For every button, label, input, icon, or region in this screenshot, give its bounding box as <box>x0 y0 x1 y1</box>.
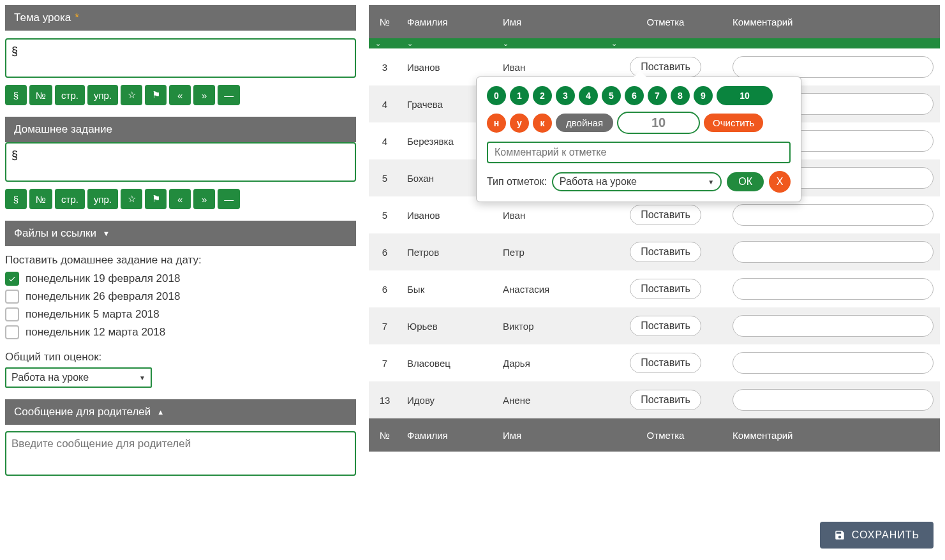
grade-number-5[interactable]: 5 <box>602 86 621 105</box>
th-lastname: Фамилия <box>401 9 496 35</box>
th-num: № <box>369 9 401 35</box>
set-grade-button[interactable]: Поставить <box>630 279 701 299</box>
grade-number-3[interactable]: 3 <box>556 86 575 105</box>
date-checkbox-1[interactable] <box>5 290 19 304</box>
date-checkbox-0[interactable] <box>5 272 19 286</box>
grade-number-4[interactable]: 4 <box>579 86 598 105</box>
symbol-button-0[interactable]: § <box>5 189 27 209</box>
symbol-button-4[interactable]: ☆ <box>121 85 142 105</box>
row-comment-input[interactable] <box>733 56 934 78</box>
homework-header: Домашнее задание <box>5 117 356 142</box>
popup-ok-button[interactable]: ОК <box>727 172 764 191</box>
cell-name: Анене <box>496 387 605 413</box>
row-comment-input[interactable] <box>733 352 934 374</box>
grade-number-0[interactable]: 0 <box>487 86 506 105</box>
grade-value-display: 10 <box>617 112 700 134</box>
popup-type-value: Работа на уроке <box>560 176 637 188</box>
cell-num: 7 <box>369 313 401 339</box>
filter-name[interactable]: ⌄ <box>496 38 605 48</box>
cell-name: Иван <box>496 202 605 228</box>
row-comment-input[interactable] <box>733 204 934 226</box>
date-label: понедельник 26 февраля 2018 <box>26 290 180 303</box>
grade-number-2[interactable]: 2 <box>533 86 552 105</box>
table-row: 6ПетровПетрПоставить <box>369 233 940 270</box>
symbol-button-2[interactable]: стр. <box>55 85 85 105</box>
cell-lastname: Иванов <box>401 202 496 228</box>
grade-number-9[interactable]: 9 <box>694 86 713 105</box>
popup-type-select[interactable]: Работа на уроке ▼ <box>552 172 722 191</box>
filter-row: ⌄ ⌄ ⌄ ⌄ <box>369 38 940 48</box>
symbol-button-0[interactable]: § <box>5 85 27 105</box>
symbol-button-3[interactable]: упр. <box>87 85 118 105</box>
set-grade-button[interactable]: Поставить <box>630 316 701 336</box>
grade-number-6[interactable]: 6 <box>625 86 644 105</box>
row-comment-input[interactable] <box>733 278 934 300</box>
table-footer: № Фамилия Имя Отметка Комментарий <box>369 418 940 452</box>
table-row: 13ИдовуАненеПоставить <box>369 381 940 418</box>
symbol-button-1[interactable]: № <box>29 189 52 209</box>
filter-comment <box>726 38 940 48</box>
symbol-button-5[interactable]: ⚑ <box>145 189 167 209</box>
chevron-down-icon: ▼ <box>103 230 110 237</box>
topic-input[interactable] <box>5 38 356 78</box>
filter-grade[interactable]: ⌄ <box>605 38 726 48</box>
parents-header[interactable]: Сообщение для родителей ▲ <box>5 399 356 425</box>
tf-name: Имя <box>496 422 605 448</box>
row-comment-input[interactable] <box>733 241 934 263</box>
chevron-down-icon: ▼ <box>708 179 714 186</box>
symbol-button-6[interactable]: « <box>169 189 191 209</box>
grade-letter-к[interactable]: к <box>533 114 552 133</box>
grade-type-select[interactable]: Работа на уроке ▼ <box>5 367 152 388</box>
row-comment-input[interactable] <box>733 389 934 411</box>
popup-comment-input[interactable] <box>487 142 791 163</box>
grade-number-8[interactable]: 8 <box>671 86 690 105</box>
clear-grade-button[interactable]: Очистить <box>704 114 763 132</box>
symbol-button-2[interactable]: стр. <box>55 189 85 209</box>
parents-message-input[interactable] <box>5 431 356 476</box>
grade-number-10[interactable]: 10 <box>717 86 773 105</box>
cell-name: Виктор <box>496 313 605 339</box>
cell-num: 13 <box>369 387 401 413</box>
symbol-button-7[interactable]: » <box>193 189 215 209</box>
table-header: № Фамилия Имя Отметка Комментарий <box>369 5 940 38</box>
cell-lastname: Идову <box>401 387 496 413</box>
th-name: Имя <box>496 9 605 35</box>
symbol-button-3[interactable]: упр. <box>87 189 118 209</box>
filter-num[interactable]: ⌄ <box>369 38 401 48</box>
symbol-button-1[interactable]: № <box>29 85 52 105</box>
grade-number-7[interactable]: 7 <box>648 86 667 105</box>
grade-type-value: Работа на уроке <box>11 372 89 383</box>
grade-type-label: Общий тип оценок: <box>5 351 356 364</box>
double-grade-button[interactable]: двойная <box>556 114 613 132</box>
symbol-button-4[interactable]: ☆ <box>121 189 142 209</box>
set-grade-button[interactable]: Поставить <box>630 353 701 373</box>
date-checkbox-3[interactable] <box>5 325 19 339</box>
date-label: понедельник 12 марта 2018 <box>26 326 165 339</box>
chevron-down-icon: ▼ <box>139 374 145 381</box>
cell-lastname: Юрьев <box>401 313 496 339</box>
set-grade-button[interactable]: Поставить <box>630 205 701 225</box>
homework-input[interactable] <box>5 142 356 182</box>
cell-name: Дарья <box>496 350 605 376</box>
table-row: 7ЮрьевВикторПоставить <box>369 307 940 344</box>
topic-header: Тема урока * <box>5 5 356 31</box>
set-grade-button[interactable]: Поставить <box>630 242 701 262</box>
symbol-button-6[interactable]: « <box>169 85 191 105</box>
symbol-button-8[interactable]: — <box>218 189 240 209</box>
popup-close-button[interactable]: X <box>769 171 791 193</box>
grade-letter-у[interactable]: у <box>510 114 529 133</box>
symbol-button-8[interactable]: — <box>218 85 240 105</box>
filter-lastname[interactable]: ⌄ <box>401 38 496 48</box>
cell-lastname: Бык <box>401 276 496 302</box>
popup-type-label: Тип отметок: <box>487 176 547 188</box>
row-comment-input[interactable] <box>733 315 934 337</box>
grade-number-1[interactable]: 1 <box>510 86 529 105</box>
date-checkbox-2[interactable] <box>5 307 19 321</box>
files-links-header[interactable]: Файлы и ссылки ▼ <box>5 221 356 246</box>
set-grade-button[interactable]: Поставить <box>630 390 701 410</box>
cell-num: 4 <box>369 128 401 154</box>
files-links-text: Файлы и ссылки <box>14 227 96 240</box>
symbol-button-5[interactable]: ⚑ <box>145 85 167 105</box>
grade-letter-н[interactable]: н <box>487 114 506 133</box>
symbol-button-7[interactable]: » <box>193 85 215 105</box>
